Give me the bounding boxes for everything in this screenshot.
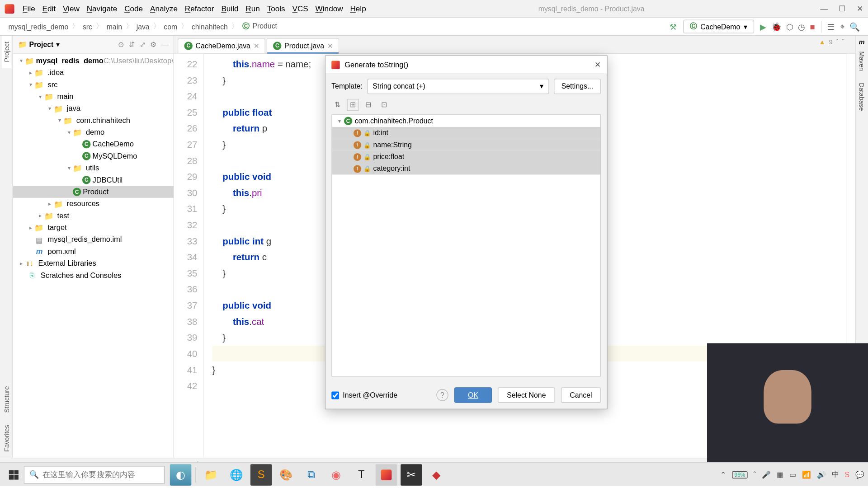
tray-up-icon[interactable]: ˆ <box>754 470 756 479</box>
taskbar-redis-icon[interactable]: ◆ <box>426 464 447 485</box>
build-hammer-icon[interactable]: ⚒ <box>667 22 679 31</box>
settings-button[interactable]: Settings... <box>554 79 601 94</box>
prev-highlight-icon[interactable]: ˆ <box>836 38 839 45</box>
tree-item[interactable]: CCacheDemo <box>13 138 174 150</box>
crosshair-icon[interactable]: ⌖ <box>838 21 847 31</box>
tree-item[interactable]: ▾📁com.chinahitech <box>13 114 174 126</box>
hide-panel-icon[interactable]: — <box>161 40 169 48</box>
menu-analyze[interactable]: Analyze <box>146 4 181 13</box>
breadcrumb-item[interactable]: src <box>80 22 95 30</box>
menu-code[interactable]: Code <box>121 4 146 13</box>
tree-item[interactable]: ▸📁test <box>13 210 174 221</box>
m-icon[interactable]: m <box>859 36 865 45</box>
menu-navigate[interactable]: Navigate <box>83 4 121 13</box>
ok-button[interactable]: OK <box>454 387 492 403</box>
battery-indicator[interactable]: 96% <box>732 471 747 478</box>
field-tree[interactable]: ▾ C com.chinahitech.Product f🔒id:intf🔒na… <box>331 114 601 376</box>
breadcrumb-item[interactable]: com <box>161 22 179 30</box>
tree-item[interactable]: CProduct <box>13 186 174 197</box>
tree-root[interactable]: ▾📁mysql_redis_demo C:\Users\liu\Desktop\ <box>13 55 174 66</box>
sort-visibility-icon[interactable]: ⊞ <box>347 99 359 111</box>
search-icon[interactable]: 🔍 <box>847 22 862 31</box>
run-config-selector[interactable]: Ⓒ CacheDemo ▾ <box>683 20 754 33</box>
tray-app-icon[interactable]: ▦ <box>777 470 783 479</box>
menu-refactor[interactable]: Refactor <box>181 4 218 13</box>
breadcrumb-item[interactable]: java <box>134 22 152 30</box>
next-highlight-icon[interactable]: ˇ <box>842 38 844 45</box>
run-button[interactable]: ▶ <box>757 22 769 31</box>
tray-expand-icon[interactable]: ⌃ <box>720 470 726 479</box>
tree-item[interactable]: ▤mysql_redis_demo.iml <box>13 234 174 245</box>
breadcrumb-item[interactable]: mysql_redis_demo <box>6 22 71 30</box>
taskbar-intellij-icon[interactable] <box>376 464 397 485</box>
close-tab-icon[interactable]: ✕ <box>327 42 333 50</box>
tree-item[interactable]: CJDBCUtil <box>13 174 174 186</box>
chevron-down-icon[interactable]: ▾ <box>335 118 344 124</box>
battery-icon[interactable]: ▭ <box>789 470 796 479</box>
wifi-icon[interactable]: 📶 <box>802 470 811 479</box>
ime-tray-icon[interactable]: 中 <box>832 469 839 479</box>
menu-tools[interactable]: Tools <box>264 4 289 13</box>
project-tree[interactable]: ▾📁mysql_redis_demo C:\Users\liu\Desktop\… <box>13 54 174 458</box>
cancel-button[interactable]: Cancel <box>561 387 601 403</box>
profile-button[interactable]: ◷ <box>796 22 807 31</box>
microphone-icon[interactable]: 🎤 <box>762 470 771 479</box>
gear-icon[interactable]: ⚙ <box>150 40 157 48</box>
notification-icon[interactable]: 💬 <box>855 470 864 479</box>
taskbar-search[interactable]: 🔍 在这里输入你要搜索的内容 <box>24 466 165 484</box>
tree-item[interactable]: ▸📁.idea <box>13 67 174 79</box>
tree-external-libraries[interactable]: ▸⫾⫾External Libraries <box>13 258 174 269</box>
maximize-button[interactable]: ☐ <box>839 4 846 13</box>
expand-icon[interactable]: ⊟ <box>363 99 374 111</box>
tree-item[interactable]: ▾📁main <box>13 90 174 102</box>
editor-tab[interactable]: CProduct.java✕ <box>267 38 339 53</box>
field-item[interactable]: f🔒id:int <box>332 127 600 139</box>
tree-item[interactable]: ▾📁demo <box>13 127 174 138</box>
structure-vertical-tab[interactable]: Structure <box>1 380 11 418</box>
taskbar-snip-icon[interactable]: ✂ <box>401 464 422 485</box>
tree-item[interactable]: CMySQLDemo <box>13 150 174 162</box>
start-button[interactable] <box>4 466 24 484</box>
tree-item[interactable]: ▸📁resources <box>13 198 174 210</box>
select-none-button[interactable]: Select None <box>498 387 555 403</box>
taskbar-chrome-icon[interactable]: 🌐 <box>225 464 246 485</box>
field-item[interactable]: f🔒category:int <box>332 163 600 174</box>
taskbar-vm-icon[interactable]: ⧉ <box>301 464 322 485</box>
select-opened-icon[interactable]: ⊙ <box>118 40 124 48</box>
field-item[interactable]: f🔒name:String <box>332 139 600 150</box>
menu-vcs[interactable]: VCS <box>289 4 312 13</box>
class-node[interactable]: com.chinahitech.Product <box>355 117 433 125</box>
tree-item[interactable]: ▾📁src <box>13 79 174 90</box>
tree-scratches[interactable]: ⎘Scratches and Consoles <box>13 269 174 281</box>
taskbar-cortana-icon[interactable]: ◐ <box>170 464 191 485</box>
debug-button[interactable]: 🐞 <box>769 22 784 31</box>
insert-override-checkbox[interactable]: Insert @Override <box>331 391 397 399</box>
collapse-icon[interactable]: ⊡ <box>378 99 390 111</box>
sort-alpha-icon[interactable]: ⇅ <box>331 99 343 111</box>
volume-icon[interactable]: 🔊 <box>817 470 826 479</box>
taskbar-text-icon[interactable]: T <box>350 464 372 485</box>
taskbar-sublime-icon[interactable]: S <box>250 464 272 485</box>
collapse-all-icon[interactable]: ⤢ <box>140 40 146 48</box>
gutter[interactable]: 2223242526272829303132333435363738394041… <box>174 54 204 458</box>
menu-view[interactable]: View <box>59 4 83 13</box>
breadcrumb[interactable]: mysql_redis_demo〉src〉main〉java〉com〉china… <box>6 21 279 31</box>
tree-item[interactable]: ▸📁target <box>13 222 174 234</box>
sogou-icon[interactable]: S <box>845 470 850 479</box>
taskbar-todesk-icon[interactable]: ◉ <box>326 464 347 485</box>
tree-item[interactable]: ▾📁java <box>13 103 174 114</box>
database-vertical-tab[interactable]: Database <box>857 77 867 117</box>
editor-tab[interactable]: CCacheDemo.java✕ <box>178 38 265 53</box>
dialog-close-button[interactable]: ✕ <box>594 60 601 69</box>
warning-icon[interactable]: ▲ <box>819 38 825 45</box>
minimize-button[interactable]: — <box>821 4 828 13</box>
close-tab-icon[interactable]: ✕ <box>254 42 259 50</box>
menu-build[interactable]: Build <box>217 4 242 13</box>
taskbar-explorer-icon[interactable]: 📁 <box>200 464 222 485</box>
close-button[interactable]: ✕ <box>857 4 863 13</box>
stop-button[interactable]: ■ <box>807 22 817 31</box>
coverage-button[interactable]: ⬡ <box>783 22 795 31</box>
favorites-vertical-tab[interactable]: Favorites <box>1 419 11 458</box>
breadcrumb-item[interactable]: Ⓒ Product <box>240 21 279 31</box>
menu-edit[interactable]: Edit <box>39 4 59 13</box>
